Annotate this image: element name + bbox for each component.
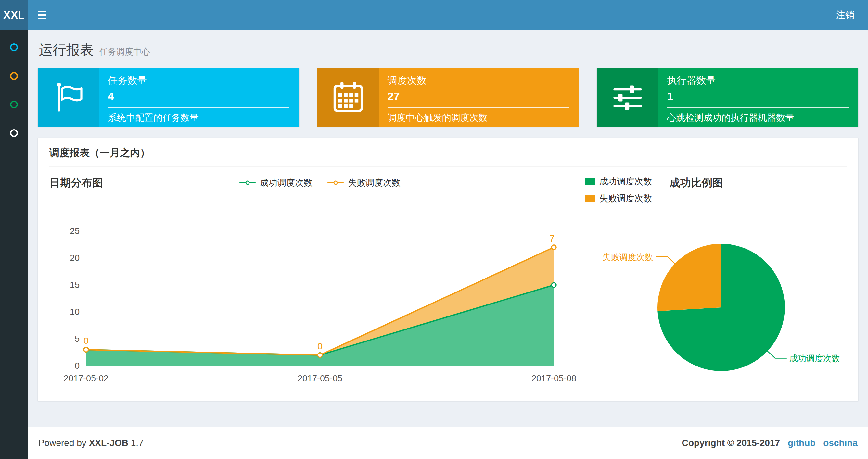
info-box-body: 执行器数量 1 心跳检测成功的执行器机器数量 xyxy=(658,68,858,127)
svg-text:失败调度次数: 失败调度次数 xyxy=(602,252,653,262)
legend-item-fail[interactable]: 失败调度次数 xyxy=(328,177,401,189)
date-distribution-section: 日期分布图 成功调度次数 xyxy=(49,174,585,393)
info-box-description: 调度中心触发的调度次数 xyxy=(388,112,569,124)
app-logo-text-light: L xyxy=(18,9,24,21)
circle-icon xyxy=(10,101,18,108)
sidebar-item-executor[interactable] xyxy=(0,129,28,158)
pie-chart-title: 成功比例图 xyxy=(670,175,723,190)
info-box-title: 执行器数量 xyxy=(667,74,848,87)
sliders-icon xyxy=(597,68,658,127)
sidebar-toggle-button[interactable] xyxy=(28,0,56,30)
circle-icon xyxy=(10,43,18,51)
page-footer: Powered by XXL-JOB 1.7 Copyright © 2015-… xyxy=(28,427,868,459)
schedule-report-panel: 调度报表（一月之内） 日期分布图 成功调度次数 xyxy=(38,138,858,401)
success-ratio-pie-chart: 成功调度次数失败调度次数 xyxy=(585,204,847,386)
app-logo[interactable]: XXL xyxy=(0,0,28,30)
hamburger-icon xyxy=(38,18,46,19)
circle-icon xyxy=(10,129,18,137)
legend-item-success[interactable]: 成功调度次数 xyxy=(240,177,312,189)
circle-icon xyxy=(10,72,18,80)
line-chart-title: 日期分布图 xyxy=(50,175,103,190)
navbar-right-area: 注销 xyxy=(28,0,868,30)
oschina-link[interactable]: oschina xyxy=(823,438,858,448)
info-box-title: 调度次数 xyxy=(388,74,569,87)
date-distribution-chart: 05101520252017-05-022017-05-052017-05-08… xyxy=(49,197,582,392)
calendar-icon xyxy=(317,68,379,127)
svg-text:25: 25 xyxy=(70,226,80,236)
github-link[interactable]: github xyxy=(788,438,816,448)
info-box-value: 27 xyxy=(388,90,569,103)
page-title: 运行报表 xyxy=(39,41,94,59)
svg-text:15: 15 xyxy=(70,280,80,290)
pie-chart-legend: 成功调度次数 失败调度次数 xyxy=(585,175,652,204)
svg-text:0: 0 xyxy=(317,341,322,351)
info-box-description: 心跳检测成功的执行器机器数量 xyxy=(667,112,848,124)
svg-text:5: 5 xyxy=(75,334,80,344)
svg-text:10: 10 xyxy=(70,307,80,317)
svg-text:成功调度次数: 成功调度次数 xyxy=(789,354,840,363)
sidebar-item-schedule[interactable] xyxy=(0,72,28,101)
divider xyxy=(388,107,569,108)
info-box-jobs: 任务数量 4 系统中配置的任务数量 xyxy=(38,68,299,127)
main-content: 运行报表 任务调度中心 任务数量 4 系统中配置的任务数量 xyxy=(28,30,868,427)
info-box-body: 调度次数 27 调度中心触发的调度次数 xyxy=(379,68,579,127)
hamburger-icon xyxy=(38,11,46,12)
info-box-value: 1 xyxy=(667,90,848,103)
legend-label: 成功调度次数 xyxy=(599,175,652,187)
page-header: 运行报表 任务调度中心 xyxy=(39,41,857,59)
sidebar-item-report[interactable] xyxy=(0,43,28,72)
pie-chart-header: 成功调度次数 失败调度次数 成功比例图 xyxy=(585,174,847,204)
info-box-title: 任务数量 xyxy=(108,74,289,87)
copyright-text: Copyright © 2015-2017 xyxy=(682,438,780,448)
panel-title: 调度报表（一月之内） xyxy=(49,146,847,166)
svg-text:2017-05-02: 2017-05-02 xyxy=(64,373,108,383)
sidebar-collapsed xyxy=(0,30,28,459)
legend-label: 失败调度次数 xyxy=(348,177,401,189)
page-subtitle: 任务调度中心 xyxy=(99,46,150,58)
product-name: XXL-JOB xyxy=(89,438,128,448)
legend-swatch-icon xyxy=(585,195,595,202)
svg-text:7: 7 xyxy=(549,233,555,243)
logout-link[interactable]: 注销 xyxy=(823,0,868,30)
hamburger-icon xyxy=(38,14,46,15)
svg-text:20: 20 xyxy=(70,253,80,263)
legend-swatch-icon xyxy=(585,178,595,185)
divider xyxy=(108,107,289,108)
info-box-description: 系统中配置的任务数量 xyxy=(108,112,289,124)
product-version: 1.7 xyxy=(131,438,144,448)
success-ratio-section: 成功调度次数 失败调度次数 成功比例图 成功调度次数失败调度次数 xyxy=(585,174,847,393)
svg-text:0: 0 xyxy=(75,361,80,371)
info-box-triggers: 调度次数 27 调度中心触发的调度次数 xyxy=(317,68,579,127)
chart-header: 日期分布图 成功调度次数 xyxy=(49,174,585,197)
info-box-body: 任务数量 4 系统中配置的任务数量 xyxy=(99,68,299,127)
divider xyxy=(667,107,848,108)
legend-item-success[interactable]: 成功调度次数 xyxy=(585,175,652,187)
legend-label: 失败调度次数 xyxy=(599,193,652,204)
info-box-row: 任务数量 4 系统中配置的任务数量 xyxy=(38,68,858,127)
powered-by-text: Powered by XXL-JOB 1.7 xyxy=(38,438,144,448)
top-navbar: XXL 注销 xyxy=(0,0,868,30)
flag-icon xyxy=(38,68,99,127)
charts-row: 日期分布图 成功调度次数 xyxy=(49,174,847,393)
copyright-area: Copyright © 2015-2017 github oschina xyxy=(682,438,858,448)
line-series-marker-icon xyxy=(240,180,256,185)
line-chart-legend: 成功调度次数 失败调度次数 xyxy=(240,177,401,189)
legend-item-fail[interactable]: 失败调度次数 xyxy=(585,193,652,204)
sidebar-item-log[interactable] xyxy=(0,101,28,129)
info-box-executors: 执行器数量 1 心跳检测成功的执行器机器数量 xyxy=(597,68,858,127)
info-box-value: 4 xyxy=(108,90,289,103)
app-logo-text-bold: XX xyxy=(3,9,18,21)
svg-text:2017-05-08: 2017-05-08 xyxy=(531,373,576,383)
legend-label: 成功调度次数 xyxy=(260,177,312,189)
svg-text:0: 0 xyxy=(84,336,89,346)
line-series-marker-icon xyxy=(328,180,344,185)
svg-text:2017-05-05: 2017-05-05 xyxy=(298,373,342,383)
